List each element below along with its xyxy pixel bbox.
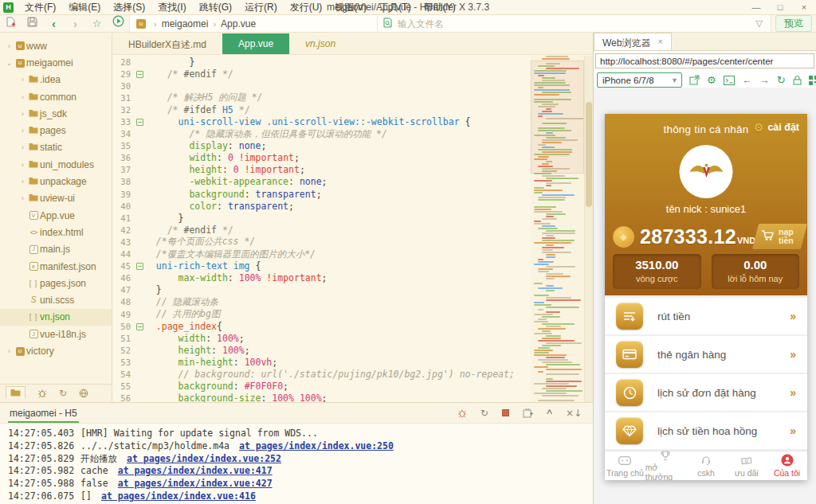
editor-tab-HBuilderX自述.md[interactable]: HBuilderX自述.md (112, 33, 222, 54)
minimap-viewport[interactable] (531, 61, 584, 174)
menu-item-1[interactable]: rút tiền» (605, 298, 807, 334)
close-button[interactable]: × (792, 0, 816, 14)
qr-code-icon[interactable] (809, 76, 816, 85)
menu-item[interactable]: 跳转(G) (193, 2, 238, 13)
menu-item[interactable]: 查找(I) (151, 2, 192, 13)
editor-tab-vn.json[interactable]: vn.json (289, 33, 351, 54)
fold-marker[interactable]: − (135, 262, 145, 270)
menu-item[interactable]: 运行(R) (238, 2, 284, 13)
code-text: /*覆盖文本编辑器里面的图片的大小*/ (145, 248, 316, 260)
tree-item-uni_modules[interactable]: ›uni_modules (0, 156, 112, 173)
fold-marker[interactable]: − (135, 70, 145, 78)
editor-scrollbar-thumb[interactable] (586, 102, 592, 207)
filter-funnel-icon[interactable]: ▽ (756, 18, 763, 29)
tree-item-uview-ui[interactable]: ›uview-ui (0, 190, 112, 207)
run-icon[interactable] (108, 15, 129, 32)
fold-marker[interactable]: − (135, 322, 145, 330)
devtools-console-icon[interactable] (724, 76, 735, 85)
globe-icon[interactable] (79, 389, 88, 398)
deposit-button[interactable]: nạp tiền » (755, 224, 807, 249)
forward-icon[interactable]: › (65, 16, 86, 32)
console-clear-icon[interactable] (523, 408, 533, 418)
refresh-icon[interactable]: ↻ (777, 75, 786, 85)
tree-item-label: uview-ui (40, 193, 75, 204)
minimap-code-mark (534, 242, 571, 244)
console-stop-icon[interactable] (502, 409, 509, 416)
menu-item-4[interactable]: lịch sử tiền hoa hồng» (605, 412, 807, 449)
tab-Của tôi[interactable]: Của tôi (767, 451, 807, 480)
code-area[interactable]: 28 }29− /* #endif */3031 /* 解决H5 的问题 */3… (112, 56, 531, 402)
gear-icon: ⚙ (754, 122, 764, 133)
minimap-code-mark (534, 302, 544, 303)
minimap[interactable] (531, 56, 584, 402)
tree-item-main.js[interactable]: Jmain.js (0, 241, 112, 258)
browser-tab[interactable]: Web浏览器 × (594, 33, 672, 50)
code-text: } (145, 57, 194, 68)
menu-item[interactable]: 文件(F) (18, 2, 62, 13)
avatar[interactable] (680, 145, 733, 198)
tree-item-js_sdk[interactable]: ›js_sdk (0, 105, 112, 122)
menu-item-3[interactable]: lịch sử đơn đặt hàng» (605, 374, 807, 411)
console-debug-icon[interactable] (457, 408, 467, 418)
console-collapse-icon[interactable]: ^ (547, 408, 552, 418)
close-icon[interactable]: × (657, 37, 662, 46)
console-restart-icon[interactable]: ↻ (481, 408, 488, 418)
debug-bug-icon[interactable] (37, 389, 47, 398)
explorer-folder-icon[interactable] (6, 386, 26, 399)
fold-marker[interactable]: − (135, 118, 145, 126)
menu-item-2[interactable]: thẻ ngân hàng» (605, 336, 807, 373)
tree-item-manifest.json[interactable]: emanifest.json (0, 258, 112, 275)
tab-ưu đãi[interactable]: ưu đãi (726, 451, 767, 480)
open-external-icon[interactable] (689, 75, 700, 85)
tree-item-.idea[interactable]: ›.idea (0, 72, 112, 88)
tree-item-common[interactable]: ›common (0, 88, 112, 105)
device-selector[interactable]: iPhone 6/7/8 ▼ (597, 72, 682, 88)
menu-item[interactable]: 选择(S) (107, 2, 151, 13)
editor-tab-App.vue[interactable]: App.vue (222, 33, 289, 54)
tab-mở thưởng[interactable]: mở thưởng (645, 451, 686, 480)
lock-icon[interactable] (793, 75, 802, 85)
log-source-link[interactable]: at pages/index/index.vue:427 (118, 478, 273, 489)
tree-item-pages.json[interactable]: [ ]pages.json (0, 275, 112, 291)
tree-item-index.html[interactable]: <>index.html (0, 224, 112, 240)
maximize-button[interactable]: □ (768, 0, 792, 14)
tab-Trang chủ[interactable]: Trang chủ (605, 451, 645, 480)
minimap-code-mark (534, 206, 556, 208)
menu-item[interactable]: 发行(U) (284, 2, 329, 13)
log-source-link[interactable]: at pages/index/index.vue:250 (239, 440, 394, 451)
tree-item-vn.json[interactable]: [ ]vn.json (0, 309, 112, 326)
search-input[interactable] (398, 19, 753, 29)
settings-button[interactable]: ⚙ cài đặt (754, 122, 799, 133)
nav-forward-icon[interactable]: → (759, 75, 770, 85)
tree-item-pages[interactable]: ›pages (0, 122, 112, 139)
log-source-link[interactable]: at pages/index/index.vue:417 (118, 465, 273, 476)
tree-item-vue-i18n.js[interactable]: Jvue-i18n.js (0, 326, 112, 342)
tree-item-unpackage[interactable]: ›unpackage (0, 173, 112, 189)
console-close-icon[interactable]: ×↓ (566, 408, 582, 418)
tree-item-uni.scss[interactable]: Suni.scss (0, 291, 112, 308)
url-input[interactable] (595, 53, 814, 68)
minimize-button[interactable]: — (744, 0, 768, 14)
save-icon[interactable] (22, 16, 43, 32)
tree-item-static[interactable]: ›static (0, 139, 112, 156)
breadcrumb-item[interactable]: meigaomei (162, 18, 209, 29)
tab-cskh[interactable]: cskh (686, 451, 727, 480)
settings-gear-icon[interactable]: ⚙ (707, 75, 716, 85)
menu-item[interactable]: 编辑(E) (62, 2, 107, 13)
tree-item-App.vue[interactable]: VApp.vue (0, 207, 112, 224)
console-tab[interactable]: meigaomei - H5 (8, 404, 79, 423)
preview-button[interactable]: 预览 (775, 15, 812, 32)
back-icon[interactable]: ‹ (43, 16, 65, 32)
code-line: 36 width: 0 !important; (112, 152, 531, 164)
new-file-icon[interactable] (0, 16, 22, 32)
sync-icon[interactable]: ↻ (59, 389, 67, 398)
breadcrumb-item[interactable]: App.vue (221, 18, 256, 29)
tree-item-victory[interactable]: ›uvictory (0, 342, 112, 359)
log-source-link[interactable]: at pages/index/index.vue:416 (101, 490, 256, 502)
bookmark-star-icon[interactable]: ☆ (86, 16, 108, 32)
tree-item-meigaomei[interactable]: ⌄umeigaomei (0, 54, 112, 71)
tree-item-www[interactable]: ›uwww (0, 37, 112, 54)
editor-scrollbar[interactable] (584, 56, 593, 402)
nav-back-icon[interactable]: ← (742, 75, 752, 85)
log-source-link[interactable]: at pages/index/index.vue:252 (127, 453, 281, 464)
